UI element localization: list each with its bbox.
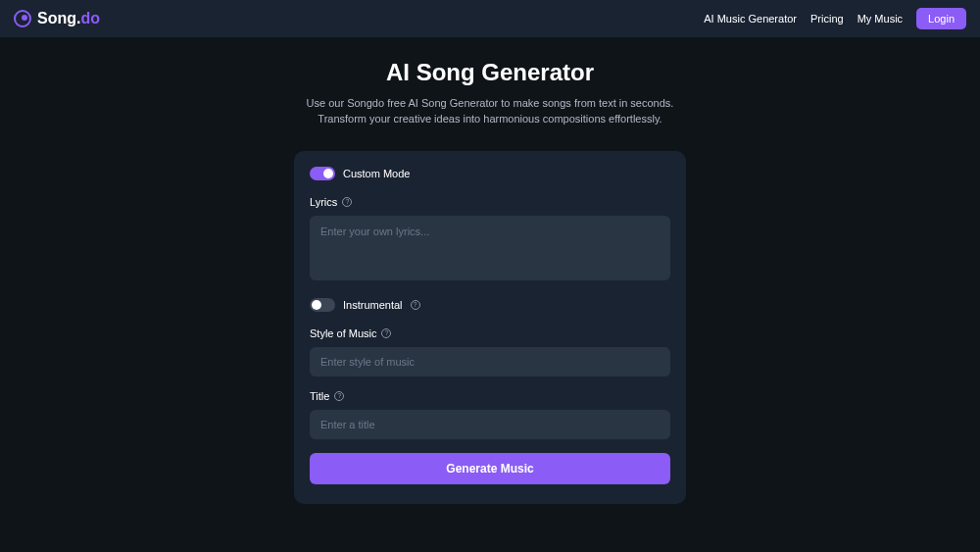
logo-prefix: Song. bbox=[37, 10, 80, 26]
logo-icon bbox=[14, 10, 31, 27]
custom-mode-toggle[interactable] bbox=[310, 167, 335, 180]
login-button[interactable]: Login bbox=[916, 8, 966, 29]
main: AI Song Generator Use our Songdo free AI… bbox=[0, 37, 980, 504]
title-label-row: Title ? bbox=[310, 390, 670, 402]
style-input[interactable] bbox=[310, 347, 670, 376]
instrumental-label: Instrumental bbox=[343, 299, 403, 311]
toggle-handle bbox=[312, 300, 321, 310]
title-input[interactable] bbox=[310, 410, 670, 439]
instrumental-row: Instrumental ? bbox=[310, 298, 670, 312]
style-label-row: Style of Music ? bbox=[310, 327, 670, 339]
title-label: Title bbox=[310, 390, 329, 402]
help-icon[interactable]: ? bbox=[411, 300, 420, 310]
logo[interactable]: Song.do bbox=[14, 10, 100, 27]
page-subtitle: Use our Songdo free AI Song Generator to… bbox=[294, 96, 686, 127]
logo-text: Song.do bbox=[37, 10, 100, 27]
help-icon[interactable]: ? bbox=[342, 197, 352, 207]
help-icon[interactable]: ? bbox=[334, 391, 344, 401]
help-icon[interactable]: ? bbox=[381, 328, 391, 338]
custom-mode-label: Custom Mode bbox=[343, 168, 410, 179]
instrumental-toggle[interactable] bbox=[310, 298, 335, 312]
generate-music-button[interactable]: Generate Music bbox=[310, 453, 670, 484]
nav-ai-music-generator[interactable]: AI Music Generator bbox=[704, 13, 797, 25]
custom-mode-row: Custom Mode bbox=[310, 167, 670, 180]
toggle-handle bbox=[323, 169, 333, 178]
form-card: Custom Mode Lyrics ? Instrumental ? Styl… bbox=[294, 151, 686, 504]
lyrics-label: Lyrics bbox=[310, 196, 337, 208]
nav-my-music[interactable]: My Music bbox=[858, 13, 903, 25]
style-label: Style of Music bbox=[310, 327, 376, 339]
page-title: AI Song Generator bbox=[386, 59, 594, 86]
lyrics-input[interactable] bbox=[310, 216, 670, 280]
logo-suffix: do bbox=[80, 10, 100, 26]
nav-pricing[interactable]: Pricing bbox=[810, 13, 844, 25]
nav: AI Music Generator Pricing My Music Logi… bbox=[704, 8, 966, 29]
lyrics-label-row: Lyrics ? bbox=[310, 196, 670, 208]
header: Song.do AI Music Generator Pricing My Mu… bbox=[0, 0, 980, 37]
